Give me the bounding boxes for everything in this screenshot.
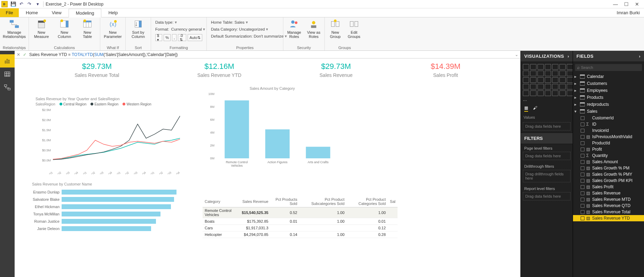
field-item[interactable]: ▤ Sales Growth PM KPI (573, 177, 644, 184)
customer-bar-row[interactable]: Tonya McMillan (18, 210, 182, 217)
field-checkbox[interactable] (581, 122, 584, 126)
manage-roles-button[interactable]: Manage Roles (286, 19, 302, 39)
save-icon[interactable]: 💾 (10, 1, 17, 7)
search-input[interactable] (581, 65, 640, 70)
viz-type-icon[interactable] (537, 77, 544, 83)
data-view-icon[interactable] (0, 68, 15, 81)
fields-well-icon[interactable]: ▦ (524, 105, 528, 112)
auto-decimals[interactable]: Auto ⇅ (188, 34, 202, 41)
currency-button[interactable]: $ ▾ (155, 34, 162, 41)
viz-type-icon[interactable] (552, 64, 558, 70)
field-checkbox[interactable] (581, 185, 584, 189)
file-tab[interactable]: File (0, 8, 19, 17)
viz-type-icon[interactable] (545, 84, 551, 89)
kpi-card[interactable]: $29.73M Sales Revenue Total (74, 62, 119, 78)
table-header[interactable]: Pct Products Sold (270, 196, 299, 207)
customer-bar-row[interactable]: Salvatore Blake (18, 196, 182, 203)
field-item[interactable]: ProductId (573, 140, 644, 146)
line-chart[interactable]: Sales Revenue by Year Quarter and SalesR… (36, 97, 182, 177)
chevron-right-icon[interactable]: › (568, 54, 570, 59)
field-item[interactable]: ▤ Sales Revenue (573, 190, 644, 196)
edit-groups-button[interactable]: Edit Groups (346, 19, 362, 39)
fields-table[interactable]: ▸ Customers (573, 80, 644, 87)
new-table-button[interactable]: New Table (78, 19, 97, 39)
formula-text[interactable]: Sales Revenue YTD = TOTALYTD(SUM('Sales'… (29, 52, 178, 57)
field-item[interactable]: Σ ID (573, 121, 644, 127)
category-table[interactable]: CategorySales RevenuePct Products SoldPc… (203, 196, 398, 238)
default-summarization-dropdown[interactable]: Default Summarization: Don't summarize (211, 34, 287, 39)
customer-bar-row[interactable]: Roman Justice (18, 217, 182, 225)
expand-icon[interactable]: ▸ (574, 81, 578, 86)
customer-bar-row[interactable]: Ethel Hickman (18, 203, 182, 210)
viz-type-icon[interactable] (523, 90, 529, 96)
viz-type-icon[interactable] (530, 90, 536, 96)
viz-type-icon[interactable] (537, 71, 544, 76)
manage-relationships-button[interactable]: Manage Relationships (5, 19, 24, 39)
drillthrough-drop[interactable]: Drag drillthrough fields here (523, 170, 571, 182)
fields-table[interactable]: ▾ Sales (573, 108, 644, 115)
field-checkbox[interactable] (581, 198, 584, 201)
field-item[interactable]: ▤ Sales Growth % PMY (573, 171, 644, 177)
field-checkbox[interactable] (581, 141, 584, 145)
kpi-card[interactable]: $12.16M Sales Revenue YTD (197, 62, 242, 78)
customer-bar-row[interactable]: Erasmo Dunlap (18, 188, 182, 196)
new-measure-button[interactable]: New Measure (32, 19, 51, 39)
viz-type-icon[interactable] (559, 71, 566, 76)
expand-icon[interactable]: ▸ (574, 95, 578, 100)
field-item[interactable]: InvoiceId (573, 127, 644, 134)
viz-type-icon[interactable] (523, 71, 529, 76)
close-icon[interactable]: ✕ (635, 1, 639, 7)
viz-type-icon[interactable] (559, 64, 566, 70)
format-dropdown[interactable]: Currency general (171, 27, 205, 32)
viz-type-icon[interactable] (523, 84, 529, 89)
viz-type-icon[interactable] (530, 64, 536, 70)
field-item[interactable]: ▤ Sales Growth % PM (573, 165, 644, 171)
table-header[interactable]: Category (203, 196, 239, 207)
report-view-icon[interactable] (0, 54, 15, 68)
expand-icon[interactable]: ▸ (574, 102, 578, 107)
field-checkbox[interactable] (581, 191, 584, 195)
fields-header[interactable]: FIELDS› (573, 51, 644, 62)
table-row[interactable]: Remote Control Vehicles$15,540,525.350.5… (203, 207, 398, 218)
percent-button[interactable]: % (164, 34, 171, 41)
data-type-dropdown[interactable]: Data type: (155, 20, 177, 25)
viz-type-icon[interactable] (545, 71, 551, 76)
field-checkbox[interactable] (581, 216, 584, 220)
viz-type-icon[interactable] (567, 77, 573, 83)
page-filters-drop[interactable]: Drag data fields here (523, 152, 571, 160)
table-header[interactable]: Sales Revenue (239, 196, 270, 207)
bar-chart[interactable]: Sales Amount by Category 0M2M4M6M8M10MRe… (203, 86, 342, 177)
field-checkbox[interactable] (581, 129, 584, 133)
data-category-dropdown[interactable]: Data Category: Uncategorized (211, 27, 268, 32)
field-checkbox[interactable] (581, 179, 584, 183)
viz-type-icon[interactable] (567, 71, 573, 76)
formula-cancel-icon[interactable]: ✕ (17, 52, 20, 57)
viz-type-icon[interactable] (530, 71, 536, 76)
field-item[interactable]: ▤ Profit (573, 146, 644, 152)
field-checkbox[interactable] (581, 204, 584, 208)
viz-type-icon[interactable] (559, 84, 566, 89)
format-well-icon[interactable]: 🖌 (533, 105, 537, 112)
viz-type-icon[interactable] (545, 77, 551, 83)
table-row[interactable]: Cars$1,917,031.30.12 (203, 225, 398, 231)
report-canvas[interactable]: $29.73M Sales Revenue Total $12.16M Sale… (15, 58, 520, 277)
field-checkbox[interactable] (581, 210, 584, 214)
maximize-icon[interactable]: ☐ (624, 1, 629, 7)
field-checkbox[interactable] (581, 160, 584, 164)
tab-modeling[interactable]: Modeling (69, 9, 102, 17)
field-item[interactable]: ▤ Sales Revenue MTD (573, 196, 644, 203)
new-parameter-button[interactable]: (x) New Parameter (103, 19, 123, 39)
viz-type-icon[interactable] (567, 90, 573, 96)
values-drop-zone[interactable]: Drag data fields here (523, 122, 571, 130)
viz-type-icon[interactable] (559, 77, 566, 83)
expand-icon[interactable]: ▾ (574, 109, 578, 114)
field-item[interactable]: ▤ Sales Revenue QTD (573, 203, 644, 209)
table-header[interactable]: Pct Product Categories Sold (347, 196, 388, 207)
decimal-stepper[interactable]: .0 ⇅ (178, 34, 186, 41)
expand-icon[interactable]: ▸ (574, 74, 578, 79)
viz-more-icon[interactable]: … (523, 97, 529, 102)
field-checkbox[interactable] (581, 173, 584, 176)
viz-type-icon[interactable] (567, 64, 573, 70)
formula-commit-icon[interactable]: ✓ (23, 52, 26, 57)
undo-icon[interactable]: ↶ (18, 1, 25, 7)
